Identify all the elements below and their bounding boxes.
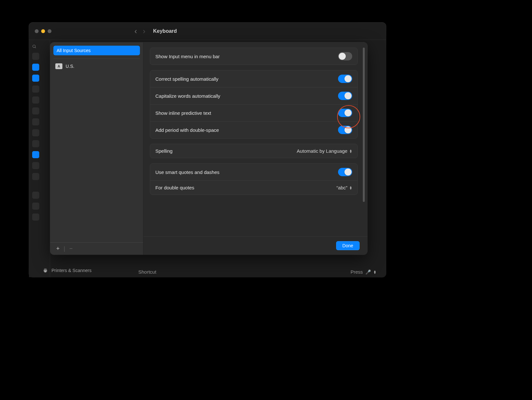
spelling-select[interactable]: Automatic by Language ▲▼ <box>297 148 352 154</box>
sidebar-icon[interactable] <box>32 118 39 125</box>
all-input-sources-item[interactable]: All Input Sources <box>53 46 140 55</box>
zoom-window-button[interactable] <box>48 29 51 33</box>
row-show-input-menu: Show Input menu in menu bar <box>150 48 357 65</box>
stepper-icon: ▲▼ <box>349 186 352 190</box>
sidebar-icon[interactable] <box>32 107 39 114</box>
row-spelling-language[interactable]: Spelling Automatic by Language ▲▼ <box>150 144 357 158</box>
divider <box>53 59 140 59</box>
sidebar-icon[interactable] <box>32 151 39 158</box>
sidebar-icon[interactable] <box>32 192 39 199</box>
row-capitalize-words: Capitalize words automatically <box>150 87 357 105</box>
svg-line-1 <box>35 47 36 48</box>
row-label: Show Input menu in menu bar <box>155 54 220 59</box>
stepper-icon: ▲▼ <box>349 149 352 153</box>
shortcut-value[interactable]: Press 🎤 ▲▼ <box>351 269 376 275</box>
settings-panel: Show Input menu in menu bar Correct spel… <box>143 42 367 255</box>
done-button[interactable]: Done <box>336 241 360 250</box>
svg-rect-4 <box>44 271 46 273</box>
toggle-add-period[interactable] <box>338 126 352 134</box>
source-list-footer: + | − <box>50 242 143 255</box>
double-quotes-select[interactable]: “abc” ▲▼ <box>336 185 352 190</box>
search-input[interactable] <box>32 44 47 49</box>
row-label: Add period with double-space <box>155 127 219 133</box>
toggle-correct-spelling[interactable] <box>338 75 352 83</box>
row-correct-spelling: Correct spelling automatically <box>150 70 357 87</box>
sidebar-icon[interactable] <box>32 86 39 93</box>
back-button[interactable]: ‹ <box>134 27 137 36</box>
traffic-lights <box>35 29 51 33</box>
row-label: Capitalize words automatically <box>155 93 220 99</box>
toggle-capitalize-words[interactable] <box>338 92 352 100</box>
printer-icon <box>42 268 48 273</box>
row-label: Correct spelling automatically <box>155 76 218 82</box>
sidebar-icon[interactable] <box>32 53 39 60</box>
row-predictive-text: Show inline predictive text <box>150 105 357 122</box>
row-label: Use smart quotes and dashes <box>155 169 219 175</box>
input-source-item[interactable]: A U.S. <box>50 61 143 72</box>
titlebar: ‹ › Keyboard <box>29 23 386 40</box>
sidebar-icon[interactable] <box>32 214 39 221</box>
forward-button[interactable]: › <box>143 27 145 36</box>
row-label: Show inline predictive text <box>155 110 211 116</box>
system-settings-window: ‹ › Keyboard Printers & Scanners Shortcu… <box>29 23 386 277</box>
toggle-smart-quotes[interactable] <box>338 168 352 176</box>
input-sources-list: All Input Sources A U.S. + | − <box>50 42 143 255</box>
sidebar-icon[interactable] <box>32 129 39 136</box>
remove-source-button[interactable]: − <box>67 245 75 252</box>
svg-point-0 <box>33 45 35 48</box>
sidebar-icon[interactable] <box>32 96 39 104</box>
sidebar-icon[interactable] <box>32 140 39 147</box>
sidebar-icon[interactable] <box>32 173 39 180</box>
row-double-quotes[interactable]: For double quotes “abc” ▲▼ <box>150 181 357 195</box>
sidebar-item-printers[interactable]: Printers & Scanners <box>42 268 92 273</box>
toggle-show-input-menu[interactable] <box>338 52 352 60</box>
sidebar-icon[interactable] <box>32 162 39 169</box>
svg-rect-3 <box>44 268 47 270</box>
minimize-window-button[interactable] <box>41 29 45 33</box>
keyboard-layout-icon: A <box>55 63 62 69</box>
input-source-label: U.S. <box>66 64 74 69</box>
shortcut-row: Shortcut Press 🎤 ▲▼ <box>138 269 376 275</box>
stepper-icon: ▲▼ <box>373 270 376 274</box>
row-label: Spelling <box>155 148 172 154</box>
settings-sidebar <box>29 40 50 277</box>
microphone-icon: 🎤 <box>365 269 371 275</box>
page-title: Keyboard <box>153 28 177 34</box>
sheet-footer: Done <box>143 236 367 255</box>
toggle-predictive-text[interactable] <box>338 109 352 117</box>
shortcut-label: Shortcut <box>138 269 156 275</box>
close-window-button[interactable] <box>35 29 39 33</box>
settings-scroll[interactable]: Show Input menu in menu bar Correct spel… <box>143 42 367 236</box>
row-smart-quotes: Use smart quotes and dashes <box>150 164 357 181</box>
sidebar-icon[interactable] <box>32 75 39 82</box>
nav-arrows: ‹ › <box>134 27 145 36</box>
row-add-period: Add period with double-space <box>150 122 357 138</box>
row-label: For double quotes <box>155 185 194 190</box>
add-source-button[interactable]: + <box>54 245 62 252</box>
scrollbar[interactable] <box>363 48 365 202</box>
sidebar-icon[interactable] <box>32 203 39 210</box>
sidebar-item-label: Printers & Scanners <box>51 268 92 273</box>
sidebar-icon[interactable] <box>32 64 39 71</box>
input-sources-sheet: All Input Sources A U.S. + | − Show Inpu… <box>50 42 367 255</box>
